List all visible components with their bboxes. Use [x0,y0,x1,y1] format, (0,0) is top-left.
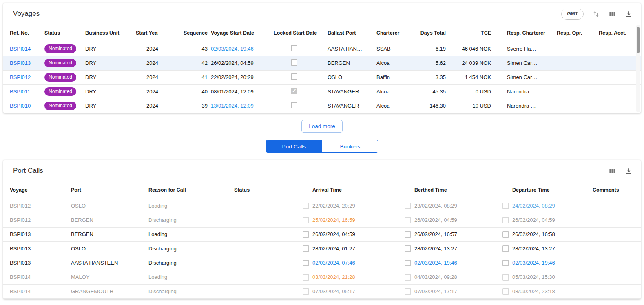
cell-port: BERGEN [71,213,148,227]
column-header[interactable]: TCE [446,24,491,42]
columns-icon[interactable] [608,167,616,175]
tab-port-calls[interactable]: Port Calls [266,140,322,152]
load-more-button[interactable]: Load more [301,120,343,133]
berthed-checkbox[interactable] [405,260,411,266]
arrival-checkbox[interactable] [303,274,309,281]
cell-resp-acct [595,42,641,56]
column-header[interactable]: Resp. Charterer [491,24,557,42]
column-header[interactable]: Charterer [376,24,415,42]
column-header[interactable]: Voyage [3,181,71,199]
sort-icon[interactable] [592,10,600,18]
port-call-row[interactable]: BSPI014 GRANGEMOUTH Discharging 07/03/20… [3,284,641,298]
download-icon[interactable] [624,10,633,18]
port-calls-table: Voyage Port Reason for Call Status Arriv… [3,181,641,299]
vertical-scrollbar[interactable] [636,25,640,112]
cell-comments [593,213,641,227]
voyage-row[interactable]: BSPI014 Nominated DRY 2024 43 02/03/2024… [3,42,641,56]
berthed-checkbox[interactable] [405,245,411,252]
voyage-row[interactable]: BSPI012 Nominated DRY 2024 41 22/02/2024… [3,70,641,84]
column-header[interactable]: Ballast Port [324,24,376,42]
column-header[interactable]: Port [71,181,148,199]
column-header[interactable]: Resp. Acct. [595,24,641,42]
cell-resp-acct [595,99,641,113]
arrival-checkbox[interactable] [303,260,309,266]
column-header[interactable]: Sequence [158,24,208,42]
berthed-checkbox[interactable] [405,231,411,238]
port-call-row[interactable]: BSPI014 MALOY Loading 03/03/2024, 21:28 … [3,270,641,284]
download-icon[interactable] [624,167,633,175]
cell-charterer: Baffin [376,70,415,84]
arrival-checkbox[interactable] [303,231,309,238]
voyage-start-date-link[interactable]: 02/03/2024, 19:46 [211,46,254,52]
voyage-row[interactable]: BSPI010 Nominated DRY 2024 39 13/01/2024… [3,99,641,113]
berthed-time: 02/03/2024, 19:46 [414,260,457,266]
berthed-checkbox[interactable] [405,203,411,209]
port-call-row[interactable]: BSPI012 OSLO Loading 22/02/2024, 20:29 2… [3,199,641,213]
cell-business-unit: DRY [85,56,136,70]
departure-checkbox[interactable] [502,217,509,223]
voyage-row[interactable]: BSPI013 Nominated DRY 2024 42 26/02/2024… [3,56,641,70]
voyage-ref-link[interactable]: BSPI012 [10,74,31,80]
port-call-row[interactable]: BSPI013 OSLO Discharging 28/02/2024, 01:… [3,241,641,256]
berthed-checkbox[interactable] [405,274,411,281]
cell-reason: Discharging [148,241,234,256]
voyage-ref-link[interactable]: BSPI014 [10,46,31,52]
port-call-row[interactable]: BSPI013 AASTA HANSTEEN Discharging 02/03… [3,256,641,270]
departure-checkbox[interactable] [502,288,509,295]
column-header[interactable]: Days Total [415,24,446,42]
scrollbar-thumb[interactable] [637,27,640,53]
tab-bunkers[interactable]: Bunkers [322,140,378,152]
arrival-checkbox[interactable] [303,288,309,295]
status-badge: Nominated [44,87,76,96]
departure-checkbox[interactable] [502,231,509,238]
port-call-row[interactable]: BSPI012 BERGEN Discharging 25/02/2024, 1… [3,213,641,227]
departure-time: 26/02/2024, 16:58 [512,231,555,237]
voyage-start-date-link[interactable]: 13/01/2024, 12:09 [211,103,254,109]
locked-start-date-checkbox[interactable] [291,59,297,66]
status-badge: Nominated [44,59,76,67]
column-header[interactable]: Start Year [136,24,158,42]
voyage-row[interactable]: BSPI011 Nominated DRY 2024 40 08/01/2024… [3,84,641,99]
departure-time: 26/02/2024, 04:59 [512,217,555,223]
cell-comments [593,241,641,256]
column-header[interactable]: Status [234,181,303,199]
column-header[interactable]: Status [44,24,85,42]
berthed-checkbox[interactable] [405,288,411,295]
cell-port: AASTA HANSTEEN [71,256,148,270]
voyage-ref-link[interactable]: BSPI011 [10,88,30,95]
locked-start-date-checkbox[interactable] [291,73,297,80]
departure-checkbox[interactable] [502,245,509,252]
cell-days-total: 146.30 [415,99,446,113]
port-call-row[interactable]: BSPI013 BERGEN Loading 26/02/2024, 04:59… [3,227,641,241]
columns-icon[interactable] [608,10,616,18]
timezone-button[interactable]: GMT [561,9,584,20]
column-header[interactable]: Departure Time [502,181,593,199]
column-header[interactable]: Reason for Call [148,181,234,199]
arrival-checkbox[interactable] [303,245,309,252]
voyage-ref-link[interactable]: BSPI010 [10,103,31,109]
column-header[interactable]: Arrival Time [303,181,405,199]
cell-tce: 0 USD [446,84,491,99]
column-header[interactable]: Berthed Time [405,181,502,199]
column-header[interactable]: Ref. No. [3,24,44,42]
locked-start-date-checkbox[interactable] [291,45,297,51]
departure-checkbox[interactable] [502,260,509,266]
column-header[interactable]: Business Unit [85,24,136,42]
column-header[interactable]: Resp. Opr. [557,24,595,42]
cell-sequence: 40 [158,84,208,99]
locked-start-date-checkbox[interactable] [291,102,297,108]
locked-start-date-checkbox[interactable] [291,88,297,94]
cell-days-total: 45.35 [415,84,446,99]
column-header[interactable]: Comments [593,181,641,199]
berthed-checkbox[interactable] [405,217,411,223]
cell-charterer: SSAB [376,42,415,56]
column-header[interactable]: Locked Start Date [270,24,324,42]
cell-resp-charterer: Simen Car… [491,56,557,70]
arrival-checkbox[interactable] [303,203,309,209]
voyages-toolbar: GMT [561,9,633,20]
column-header[interactable]: Voyage Start Date [208,24,270,42]
departure-checkbox[interactable] [502,274,509,281]
voyage-ref-link[interactable]: BSPI013 [10,60,31,66]
arrival-checkbox[interactable] [303,217,309,223]
departure-checkbox[interactable] [502,203,509,209]
